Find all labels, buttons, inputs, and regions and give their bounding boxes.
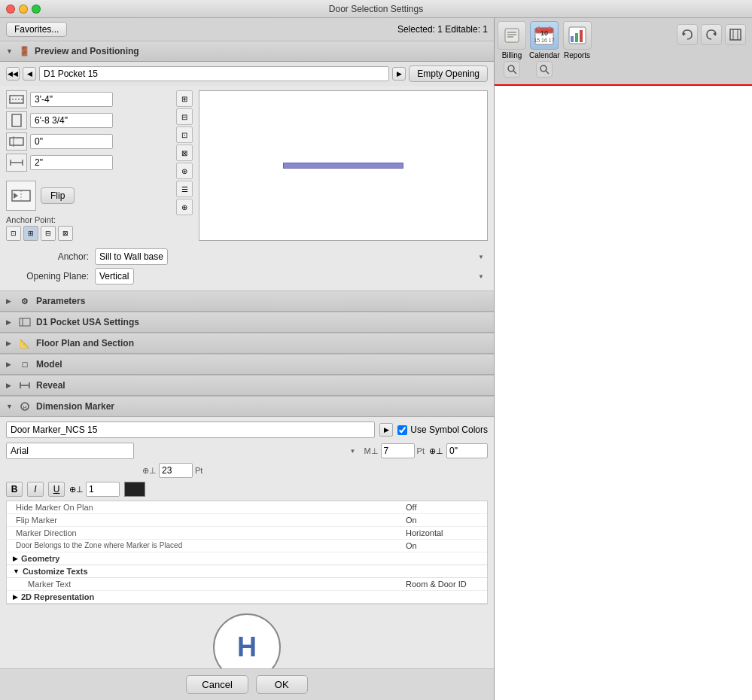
svg-text:H: H	[23, 405, 26, 410]
calendar-label: Calendar	[529, 51, 560, 59]
door-name-input[interactable]	[39, 66, 389, 81]
h-preview-circle: H	[213, 613, 281, 668]
offset-input-field[interactable]	[446, 443, 488, 458]
dialog-top-bar: Favorites... Selected: 1 Editable: 1	[0, 18, 494, 41]
dim-marker-icon: H	[18, 400, 32, 412]
preview-section-header[interactable]: ▼ 🚪 Preview and Positioning	[0, 41, 494, 62]
undo-btn[interactable]	[677, 24, 698, 45]
svg-rect-20	[505, 29, 519, 42]
door-selector-row: ◀◀ ◀ ▶ Empty Opening	[0, 62, 494, 86]
minimize-button[interactable]	[19, 5, 28, 14]
reports-icon-btn[interactable]	[563, 21, 592, 50]
customize-texts-header[interactable]: ▼ Customize Texts	[7, 565, 487, 578]
font-size-input-1[interactable]	[381, 443, 415, 458]
close-button[interactable]	[6, 5, 15, 14]
svg-rect-37	[580, 30, 583, 42]
opening-plane-label: Opening Plane:	[6, 271, 89, 282]
tb-icon-2[interactable]: ⊟	[176, 108, 193, 125]
preview-icon: 🚪	[18, 45, 30, 57]
extra-btn[interactable]	[725, 24, 746, 45]
ok-button[interactable]: OK	[256, 675, 308, 694]
door-arrow-button[interactable]: ▶	[392, 67, 406, 81]
svg-text:15 16 17: 15 16 17	[534, 38, 555, 43]
flip-button[interactable]: Flip	[41, 187, 75, 204]
favorites-button[interactable]: Favorites...	[6, 22, 67, 37]
height-input[interactable]	[30, 113, 113, 128]
d1pocket-header[interactable]: ▶ D1 Pocket USA Settings	[0, 312, 494, 333]
anchor-select[interactable]: Sill to Wall base	[95, 248, 168, 265]
door-preview-line	[283, 163, 403, 169]
offset-input[interactable]	[30, 134, 113, 149]
empty-opening-button[interactable]: Empty Opening	[409, 65, 488, 82]
tb-icon-1[interactable]: ⊞	[176, 90, 193, 107]
leading-input[interactable]	[86, 482, 120, 497]
geometry-arrow: ▶	[13, 555, 18, 562]
parameters-title: Parameters	[36, 296, 85, 306]
font-select[interactable]: Arial	[6, 443, 134, 459]
dim-marker-section: ▼ H Dimension Marker ▶	[0, 396, 494, 668]
svg-point-24	[508, 65, 514, 72]
redo-btn[interactable]	[701, 24, 722, 45]
anchor-icon-4[interactable]: ⊠	[58, 226, 73, 241]
tb-icon-4[interactable]: ⊠	[176, 145, 193, 161]
anchor-icon-3[interactable]: ⊟	[41, 226, 56, 241]
marker-name-input[interactable]	[6, 422, 375, 438]
cad-toolbar: Billing 10 15 16	[495, 18, 752, 86]
tb-icon-5[interactable]: ⊛	[176, 163, 193, 179]
marker-arrow-button[interactable]: ▶	[379, 423, 393, 437]
color-swatch[interactable]	[124, 482, 145, 497]
svg-rect-36	[575, 33, 578, 42]
prop-marker-text-val: Room & Door ID	[406, 580, 481, 589]
svg-rect-40	[730, 29, 741, 40]
leading-group: ⊕⊥	[69, 482, 120, 497]
nav-prev-button[interactable]: ◀	[23, 67, 36, 81]
reveal-arrow: ▶	[6, 382, 14, 389]
floorplan-icon: 📐	[18, 337, 32, 349]
prop-flip-marker-val: On	[406, 516, 481, 525]
billing-zoom-btn[interactable]	[504, 61, 520, 78]
billing-icon-btn[interactable]	[498, 21, 526, 50]
model-section: ▶ □ Model	[0, 354, 494, 375]
width-input[interactable]	[30, 92, 113, 107]
italic-button[interactable]: I	[27, 482, 44, 497]
opening-plane-select[interactable]: Vertical	[95, 268, 134, 285]
d1pocket-section: ▶ D1 Pocket USA Settings	[0, 312, 494, 333]
tb-icon-6[interactable]: ☰	[176, 181, 193, 197]
dim-marker-content: ▶ Use Symbol Colors Arial	[0, 417, 494, 668]
font-size-group-1: M⊥ Pt	[364, 443, 425, 458]
window-controls	[6, 5, 41, 14]
text-style-row: B I U ⊕⊥	[6, 482, 488, 497]
bold-button[interactable]: B	[6, 482, 23, 497]
floorplan-header[interactable]: ▶ 📐 Floor Plan and Section	[0, 333, 494, 354]
anchor-icon-1[interactable]: ⊡	[6, 226, 21, 241]
font-size-input-2[interactable]	[159, 463, 193, 478]
reveal-header[interactable]: ▶ Reveal	[0, 376, 494, 396]
prop-door-zone: Door Belongs to the Zone where Marker is…	[7, 540, 487, 552]
use-symbol-check[interactable]: Use Symbol Colors	[397, 425, 488, 435]
use-symbol-label: Use Symbol Colors	[410, 425, 488, 435]
reveal-input[interactable]	[30, 155, 113, 170]
underline-button[interactable]: U	[48, 482, 65, 497]
anchor-icon-2[interactable]: ⊞	[23, 226, 38, 241]
dialog-content: ▼ 🚪 Preview and Positioning ◀◀ ◀ ▶ Empty…	[0, 41, 494, 668]
dim-row-4	[6, 154, 172, 172]
svg-point-32	[540, 65, 546, 72]
nav-prev-prev-button[interactable]: ◀◀	[6, 67, 20, 81]
parameters-header[interactable]: ▶ ⚙ Parameters	[0, 291, 494, 312]
d1pocket-title: D1 Pocket USA Settings	[36, 317, 139, 327]
use-symbol-checkbox[interactable]	[397, 425, 407, 435]
geometry-header[interactable]: ▶ Geometry	[7, 552, 487, 565]
content-area: Flip Anchor Point: ⊡ ⊞ ⊟ ⊠	[0, 86, 494, 245]
cancel-button[interactable]: Cancel	[186, 675, 248, 694]
representation-2d-header[interactable]: ▶ 2D Representation	[7, 591, 487, 604]
maximize-button[interactable]	[32, 5, 41, 14]
calendar-zoom-btn[interactable]	[536, 61, 553, 78]
tb-icon-3[interactable]: ⊡	[176, 126, 193, 143]
opening-plane-select-wrapper: Vertical	[95, 268, 488, 285]
d1pocket-arrow: ▶	[6, 318, 14, 326]
tb-icon-7[interactable]: ⊕	[176, 199, 193, 215]
model-header[interactable]: ▶ □ Model	[0, 355, 494, 375]
calendar-icon-btn[interactable]: 10 15 16 17	[530, 21, 559, 50]
dim-marker-header[interactable]: ▼ H Dimension Marker	[0, 397, 494, 417]
anchor-label: Anchor:	[6, 251, 89, 262]
